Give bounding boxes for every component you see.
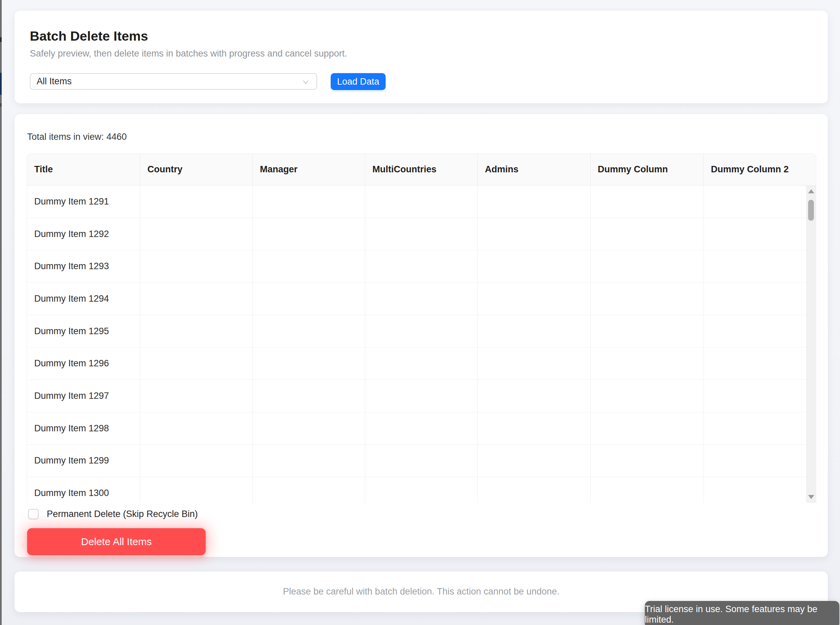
table-header-row: Title Country Manager MultiCountries Adm…: [27, 154, 816, 185]
content-card: Total items in view: 4460 Title Country …: [14, 114, 828, 557]
table-row: Dummy Item 1293: [27, 250, 806, 283]
load-data-button[interactable]: Load Data: [331, 73, 386, 90]
column-header-dummy-column: Dummy Column: [591, 154, 704, 185]
table-row: Dummy Item 1295: [27, 315, 806, 348]
cell-title: Dummy Item 1299: [27, 445, 140, 477]
trial-license-toast: Trial license in use. Some features may …: [645, 601, 839, 625]
column-header-country: Country: [140, 154, 253, 185]
table-row: Dummy Item 1300: [27, 477, 806, 503]
table-row: Dummy Item 1297: [27, 380, 806, 412]
cell-title: Dummy Item 1296: [27, 347, 140, 380]
trial-license-toast-text: Trial license in use. Some features may …: [645, 604, 839, 625]
permanent-delete-checkbox[interactable]: [28, 509, 39, 519]
table-row: Dummy Item 1294: [27, 283, 806, 315]
permanent-delete-label: Permanent Delete (Skip Recycle Bin): [47, 509, 198, 519]
items-table: Title Country Manager MultiCountries Adm…: [27, 153, 816, 503]
scrollbar-up-arrow[interactable]: [806, 186, 816, 196]
delete-all-items-button[interactable]: Delete All Items: [27, 528, 206, 555]
scrollbar-thumb[interactable]: [808, 200, 814, 221]
table-row: Dummy Item 1296: [27, 347, 806, 380]
cell-title: Dummy Item 1294: [27, 283, 140, 315]
view-select-value: All Items: [31, 76, 72, 87]
header-card: Batch Delete Items Safely preview, then …: [14, 11, 828, 103]
cell-title: Dummy Item 1297: [27, 380, 140, 412]
sliver-notch: [0, 103, 2, 107]
column-header-manager: Manager: [253, 154, 365, 185]
cell-title: Dummy Item 1293: [27, 250, 140, 283]
table-row: Dummy Item 1298: [27, 412, 806, 445]
column-header-title: Title: [27, 154, 140, 185]
scrollbar-down-arrow[interactable]: [806, 492, 816, 502]
page-title: Batch Delete Items: [30, 29, 148, 44]
cell-title: Dummy Item 1291: [27, 185, 140, 218]
table-body: Dummy Item 1291 Dummy Item 1292 Dummy It…: [27, 185, 806, 503]
table-scrollbar[interactable]: [806, 185, 816, 503]
column-header-multicountries: MultiCountries: [365, 154, 478, 185]
table-row: Dummy Item 1299: [27, 445, 806, 477]
sliver-notch: [0, 37, 2, 42]
column-header-admins: Admins: [478, 154, 591, 185]
page-subtitle: Safely preview, then delete items in bat…: [30, 48, 347, 59]
total-items-label: Total items in view: 4460: [27, 132, 127, 142]
deletion-warning-text: Please be careful with batch deletion. T…: [14, 586, 828, 597]
sliver-navy-segment: [0, 73, 2, 95]
cell-title: Dummy Item 1295: [27, 315, 140, 348]
table-row: Dummy Item 1291: [27, 185, 806, 218]
cell-title: Dummy Item 1298: [27, 412, 140, 445]
page: Batch Delete Items Safely preview, then …: [0, 0, 840, 625]
column-header-dummy-column-2: Dummy Column 2: [704, 154, 816, 185]
table-row: Dummy Item 1292: [27, 218, 806, 250]
view-select[interactable]: All Items: [30, 73, 317, 90]
left-edge-window-sliver: [0, 0, 2, 625]
cell-title: Dummy Item 1292: [27, 218, 140, 250]
chevron-down-icon: [302, 78, 310, 86]
cell-title: Dummy Item 1300: [27, 477, 140, 503]
permanent-delete-checkbox-row[interactable]: Permanent Delete (Skip Recycle Bin): [28, 508, 198, 519]
